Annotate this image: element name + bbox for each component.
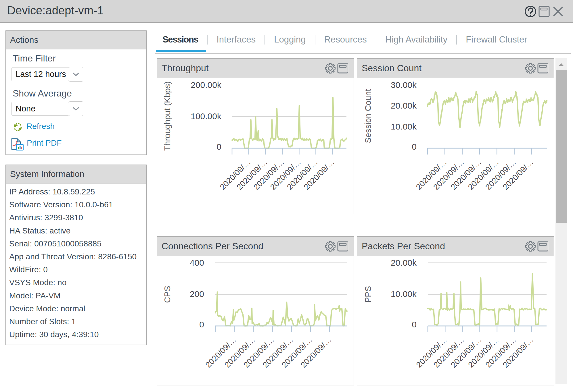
svg-text:20.00k: 20.00k [391, 258, 417, 267]
svg-text:0: 0 [216, 142, 221, 151]
svg-text:0: 0 [412, 142, 417, 151]
svg-text:200.00k: 200.00k [191, 80, 222, 90]
svg-text:Session Count: Session Count [363, 89, 373, 143]
svg-text:20.00k: 20.00k [391, 101, 417, 110]
svg-text:30.00k: 30.00k [391, 80, 417, 90]
svg-text:CPS: CPS [163, 286, 172, 303]
svg-text:Throughput (Kbps): Throughput (Kbps) [163, 81, 172, 151]
svg-text:0: 0 [412, 320, 417, 329]
svg-text:0: 0 [199, 320, 204, 329]
svg-text:PPS: PPS [363, 286, 373, 303]
svg-text:100.00k: 100.00k [191, 111, 222, 121]
svg-text:200: 200 [190, 289, 204, 299]
svg-text:400: 400 [190, 258, 204, 267]
svg-text:10.00k: 10.00k [391, 122, 417, 131]
svg-text:10.00k: 10.00k [391, 289, 417, 299]
